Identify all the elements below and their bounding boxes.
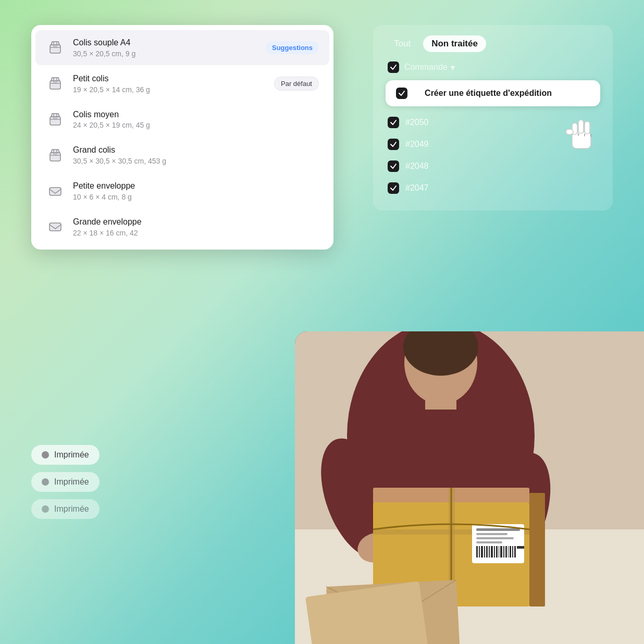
photo-area bbox=[295, 331, 644, 644]
filter-tabs: Tout Non traitée bbox=[386, 35, 600, 52]
package-icon-2 bbox=[46, 110, 65, 129]
package-dims-0: 30,5 × 20,5 cm, 9 g bbox=[73, 49, 257, 58]
package-name-0: Colis souple A4 bbox=[73, 38, 257, 48]
order-checkbox-2[interactable] bbox=[388, 160, 399, 172]
package-item-0[interactable]: Colis souple A4 30,5 × 20,5 cm, 9 g Sugg… bbox=[35, 30, 329, 65]
package-dims-2: 24 × 20,5 × 19 cm, 45 g bbox=[73, 121, 319, 129]
package-dims-1: 19 × 20,5 × 14 cm, 36 g bbox=[73, 85, 266, 94]
order-row-3: #2047 bbox=[386, 178, 600, 198]
svg-rect-42 bbox=[476, 546, 478, 558]
svg-rect-41 bbox=[476, 541, 502, 543]
package-info-4: Petite enveloppe 10 × 6 × 4 cm, 8 g bbox=[73, 181, 319, 201]
package-dims-3: 30,5 × 30,5 × 30,5 cm, 453 g bbox=[73, 157, 319, 165]
svg-rect-56 bbox=[510, 546, 511, 558]
order-row-0: #2050 bbox=[386, 113, 600, 132]
package-item-4[interactable]: Petite enveloppe 10 × 6 × 4 cm, 8 g bbox=[35, 174, 329, 208]
package-info-1: Petit colis 19 × 20,5 × 14 cm, 36 g bbox=[73, 73, 266, 94]
package-icon-4 bbox=[46, 182, 65, 201]
svg-rect-40 bbox=[476, 537, 514, 539]
package-item-5[interactable]: Grande enveloppe 22 × 18 × 16 cm, 42 bbox=[35, 209, 329, 244]
order-checkbox-1[interactable] bbox=[388, 139, 399, 150]
package-name-5: Grande enveloppe bbox=[73, 217, 319, 228]
package-info-0: Colis souple A4 30,5 × 20,5 cm, 9 g bbox=[73, 38, 257, 58]
svg-rect-54 bbox=[505, 546, 507, 558]
svg-rect-45 bbox=[484, 546, 485, 558]
package-item-3[interactable]: Grand colis 30,5 × 30,5 × 30,5 cm, 453 g bbox=[35, 138, 329, 172]
package-icon-0 bbox=[46, 38, 65, 57]
svg-rect-57 bbox=[512, 546, 513, 558]
package-icon-1 bbox=[46, 74, 65, 93]
status-badge-label-1: Imprimée bbox=[54, 477, 89, 487]
status-dot-1 bbox=[42, 478, 49, 486]
svg-rect-53 bbox=[503, 546, 504, 558]
package-name-4: Petite enveloppe bbox=[73, 181, 319, 192]
package-item-2[interactable]: Colis moyen 24 × 20,5 × 19 cm, 45 g bbox=[35, 102, 329, 137]
status-badge-1: Imprimée bbox=[31, 472, 100, 492]
package-name-3: Grand colis bbox=[73, 145, 319, 156]
package-info-2: Colis moyen 24 × 20,5 × 19 cm, 45 g bbox=[73, 109, 319, 130]
package-icon-3 bbox=[46, 146, 65, 165]
svg-rect-46 bbox=[486, 546, 488, 558]
order-number-2: #2048 bbox=[405, 162, 429, 171]
status-badge-label-0: Imprimée bbox=[54, 450, 89, 460]
package-info-3: Grand colis 30,5 × 30,5 × 30,5 cm, 453 g bbox=[73, 145, 319, 165]
svg-rect-59 bbox=[517, 546, 524, 549]
tab-tout[interactable]: Tout bbox=[386, 35, 419, 52]
svg-rect-50 bbox=[496, 546, 498, 558]
svg-rect-12 bbox=[49, 188, 61, 195]
order-checkbox-0[interactable] bbox=[388, 117, 399, 128]
svg-rect-55 bbox=[508, 546, 509, 558]
package-name-1: Petit colis bbox=[73, 73, 266, 84]
column-header: Commande ▾ bbox=[386, 61, 600, 73]
column-label: Commande ▾ bbox=[404, 63, 455, 72]
status-badge-2: Imprimée bbox=[31, 499, 100, 519]
create-label-text: Créer une étiquette d'expédition bbox=[425, 89, 552, 98]
package-panel: Colis souple A4 30,5 × 20,5 cm, 9 g Sugg… bbox=[31, 25, 333, 250]
select-all-checkbox[interactable] bbox=[388, 61, 399, 73]
badge-suggestions: Suggestions bbox=[266, 41, 319, 54]
svg-rect-47 bbox=[489, 546, 490, 558]
order-number-3: #2047 bbox=[405, 183, 429, 193]
svg-rect-58 bbox=[514, 546, 516, 558]
create-label-button[interactable]: Créer une étiquette d'expédition bbox=[386, 80, 600, 106]
order-number-1: #2049 bbox=[405, 140, 429, 149]
order-checkbox-3[interactable] bbox=[388, 182, 399, 194]
svg-rect-29 bbox=[425, 383, 456, 410]
order-row-1: #2049 bbox=[386, 134, 600, 154]
svg-rect-52 bbox=[500, 546, 502, 558]
package-dims-5: 22 × 18 × 16 cm, 42 bbox=[73, 229, 319, 237]
orders-panel: Tout Non traitée Commande ▾ Créer une ét… bbox=[373, 25, 613, 210]
status-dot-0 bbox=[42, 451, 49, 459]
status-badge-0: Imprimée bbox=[31, 445, 100, 465]
svg-rect-48 bbox=[491, 546, 493, 558]
badge-default: Par défaut bbox=[274, 77, 319, 91]
order-number-0: #2050 bbox=[405, 118, 429, 127]
svg-rect-34 bbox=[529, 493, 545, 606]
package-item-1[interactable]: Petit colis 19 × 20,5 × 14 cm, 36 g Par … bbox=[35, 66, 329, 101]
package-name-2: Colis moyen bbox=[73, 109, 319, 120]
status-badges-container: Imprimée Imprimée Imprimée bbox=[31, 445, 100, 519]
svg-rect-38 bbox=[476, 528, 520, 531]
status-dot-2 bbox=[42, 505, 49, 513]
svg-rect-51 bbox=[499, 546, 499, 558]
svg-rect-49 bbox=[494, 546, 495, 558]
order-row-2: #2048 bbox=[386, 156, 600, 176]
svg-rect-13 bbox=[49, 223, 61, 231]
create-label-checkbox bbox=[396, 88, 407, 99]
package-icon-5 bbox=[46, 217, 65, 236]
tab-non-traitee[interactable]: Non traitée bbox=[423, 35, 486, 52]
package-info-5: Grande enveloppe 22 × 18 × 16 cm, 42 bbox=[73, 217, 319, 237]
package-dims-4: 10 × 6 × 4 cm, 8 g bbox=[73, 193, 319, 201]
svg-rect-44 bbox=[481, 546, 483, 558]
status-badge-label-2: Imprimée bbox=[54, 504, 89, 514]
svg-rect-43 bbox=[479, 546, 480, 558]
svg-rect-39 bbox=[476, 533, 507, 535]
